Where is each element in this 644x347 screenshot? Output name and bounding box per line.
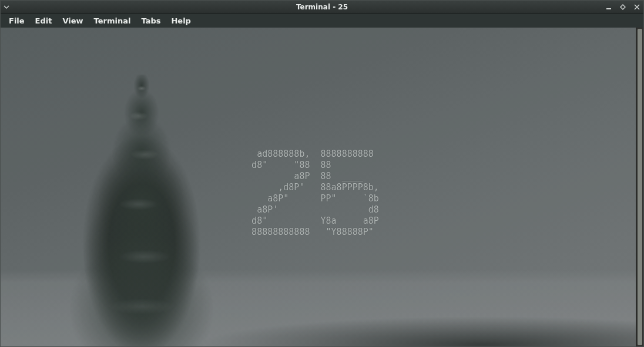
menu-tabs[interactable]: Tabs bbox=[136, 15, 165, 26]
menu-view[interactable]: View bbox=[58, 15, 88, 26]
close-button[interactable] bbox=[633, 3, 641, 11]
svg-rect-0 bbox=[606, 8, 611, 9]
menu-file[interactable]: File bbox=[4, 15, 29, 26]
terminal-window: Terminal - 25 File Edit View Terminal Ta… bbox=[0, 0, 644, 347]
terminal-content: ad888888b, 8888888888 d8" "88 88 a8P 88 … bbox=[1, 28, 643, 346]
app-menu-button[interactable] bbox=[1, 1, 12, 13]
scrollbar-thumb[interactable] bbox=[638, 29, 642, 345]
close-icon bbox=[634, 4, 640, 10]
scrollbar[interactable] bbox=[636, 28, 643, 346]
ascii-art-output: ad888888b, 8888888888 d8" "88 88 a8P 88 … bbox=[1, 149, 635, 238]
minimize-icon bbox=[606, 4, 612, 10]
chevron-down-icon bbox=[4, 5, 9, 9]
minimize-button[interactable] bbox=[605, 3, 613, 11]
menubar: File Edit View Terminal Tabs Help bbox=[1, 14, 643, 28]
menu-help[interactable]: Help bbox=[166, 15, 195, 26]
window-controls bbox=[605, 3, 643, 11]
maximize-icon bbox=[620, 4, 626, 10]
window-title: Terminal - 25 bbox=[1, 3, 643, 11]
menu-terminal[interactable]: Terminal bbox=[89, 15, 136, 26]
terminal-viewport[interactable]: ad888888b, 8888888888 d8" "88 88 a8P 88 … bbox=[1, 28, 643, 346]
ascii-art-text: ad888888b, 8888888888 d8" "88 88 a8P 88 … bbox=[251, 149, 384, 238]
menu-edit[interactable]: Edit bbox=[31, 15, 57, 26]
titlebar[interactable]: Terminal - 25 bbox=[1, 1, 643, 14]
maximize-button[interactable] bbox=[619, 3, 627, 11]
